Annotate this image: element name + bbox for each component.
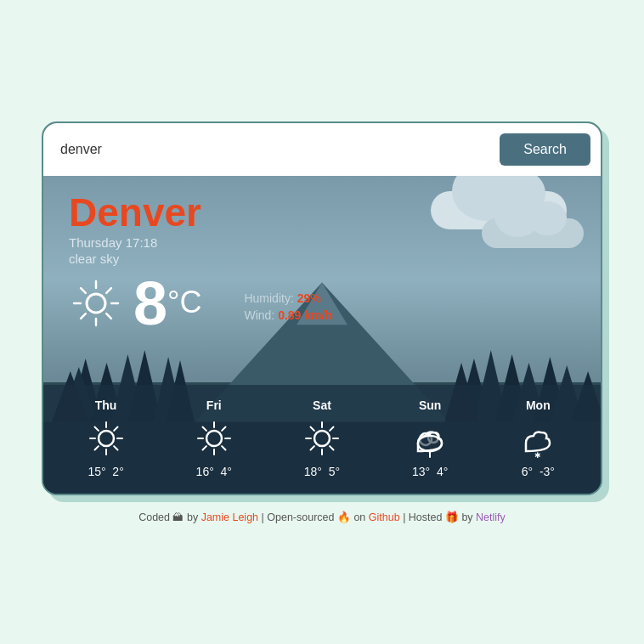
footer-text1: Coded 🏔 by [138, 511, 201, 523]
condition: clear sky [69, 251, 575, 266]
svg-line-52 [330, 446, 333, 449]
svg-line-27 [81, 314, 86, 319]
temperature-unit: °C [167, 285, 201, 320]
forecast-day-sat-label: Sat [313, 398, 331, 412]
svg-line-25 [106, 314, 111, 319]
weather-content: Denver Thursday 17:18 clear sky [43, 176, 601, 494]
wind-value: 0.89 km/h [278, 308, 332, 322]
forecast-icon-sun [409, 417, 451, 460]
svg-line-34 [114, 446, 117, 449]
temperature-display: 8 °C [127, 273, 201, 334]
forecast-day-mon: Mon ✱ 6° -3° [500, 398, 576, 478]
search-button[interactable]: Search [500, 133, 590, 166]
svg-point-37 [206, 431, 222, 446]
svg-line-33 [94, 427, 98, 430]
svg-line-45 [202, 446, 206, 449]
svg-point-19 [87, 294, 105, 313]
forecast-icon-sat [301, 417, 343, 460]
svg-line-35 [114, 427, 117, 430]
humidity-value: 29% [297, 291, 321, 305]
forecast-temps-fri: 16° 4° [196, 465, 232, 478]
forecast-day-fri-label: Fri [206, 398, 222, 412]
svg-line-51 [310, 427, 314, 430]
footer: Coded 🏔 by Jamie Leigh | Open-sourced 🔥 … [138, 511, 506, 523]
svg-line-54 [310, 446, 314, 449]
weather-card: Search [42, 121, 602, 495]
wind-label: Wind: [244, 308, 274, 322]
wind-row: Wind: 0.89 km/h [244, 308, 332, 322]
svg-line-44 [222, 427, 225, 430]
svg-line-42 [202, 427, 206, 430]
temperature-value: 8 [133, 273, 167, 334]
app-wrapper: Search [42, 121, 602, 523]
forecast-day-thu-label: Thu [95, 398, 117, 412]
svg-point-28 [99, 431, 114, 446]
footer-text2: | Open-sourced 🔥 on [262, 511, 369, 523]
humidity-row: Humidity: 29% [244, 291, 332, 305]
forecast-temps-thu: 15° 2° [88, 465, 123, 478]
svg-line-26 [106, 288, 111, 293]
search-bar: Search [43, 123, 601, 176]
temp-row: 8 °C Humidity: 29% Wind: 0.89 km/h [69, 273, 575, 334]
footer-github-link[interactable]: Github [369, 511, 400, 523]
forecast-day-sun-label: Sun [419, 398, 441, 412]
humidity-wind-info: Humidity: 29% Wind: 0.89 km/h [244, 285, 341, 322]
footer-netlify-link[interactable]: Netlify [476, 511, 506, 523]
date-time: Thursday 17:18 [69, 235, 575, 250]
humidity-label: Humidity: [244, 291, 293, 305]
forecast-temps-sun: 13° 4° [412, 465, 448, 478]
forecast-temps-mon: 6° -3° [522, 465, 555, 478]
current-weather-icon [69, 276, 123, 330]
svg-line-43 [222, 446, 225, 449]
svg-text:✱: ✱ [534, 451, 541, 459]
forecast-day-mon-label: Mon [526, 398, 551, 412]
forecast-icon-mon: ✱ [517, 417, 559, 460]
footer-author-link[interactable]: Jamie Leigh [201, 511, 258, 523]
search-input[interactable] [54, 138, 491, 161]
forecast-icon-thu [85, 417, 127, 460]
svg-line-53 [330, 427, 333, 430]
forecast-day-fri: Fri 16° [176, 398, 252, 478]
forecast-day-sun: Sun [392, 398, 468, 478]
forecast-temps-sat: 18° 5° [304, 465, 340, 478]
forecast-day-thu: Thu 15° [68, 398, 144, 478]
forecast-icon-fri [193, 417, 235, 460]
svg-line-24 [81, 288, 86, 293]
footer-text3: | Hosted 🎁 by [403, 511, 476, 523]
forecast-day-sat: Sat 18° [284, 398, 360, 478]
city-name: Denver [69, 193, 575, 232]
svg-point-46 [314, 431, 330, 446]
svg-line-36 [94, 446, 98, 449]
weather-info: Denver Thursday 17:18 clear sky [69, 193, 575, 334]
forecast-section: Thu 15° [43, 385, 601, 494]
